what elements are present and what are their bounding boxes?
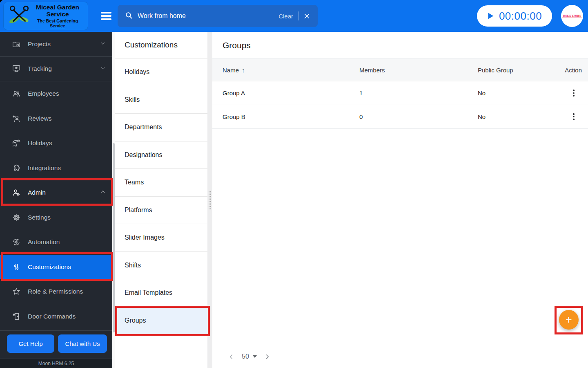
page-size-dropdown[interactable]: 50 — [242, 353, 257, 360]
search-clear-button[interactable]: Clear — [278, 13, 293, 20]
next-page-icon[interactable] — [264, 353, 271, 360]
search-close-icon[interactable] — [303, 13, 310, 20]
groups-main-panel: Groups Name ↑ Members Public Group Actio… — [212, 32, 588, 368]
dropdown-caret-icon — [253, 355, 257, 358]
public-group-cell: No — [478, 113, 550, 120]
chevron-down-icon — [100, 40, 106, 48]
get-help-button[interactable]: Get Help — [7, 334, 54, 353]
sidebar-item-door-commands[interactable]: Door Commands — [0, 304, 112, 329]
customizations-item-skills[interactable]: Skills — [115, 86, 207, 114]
sidebar-item-label: Customizations — [28, 263, 71, 271]
sidebar-item-employees[interactable]: Employees — [0, 81, 112, 106]
row-actions-menu-icon[interactable] — [571, 88, 576, 98]
search-icon — [125, 11, 133, 21]
members-cell: 0 — [359, 113, 478, 120]
sidebar-item-tracking[interactable]: Tracking — [0, 57, 112, 82]
customizations-item-holidays[interactable]: Holidays — [115, 58, 207, 86]
sidebar-item-label: Projects — [28, 40, 51, 48]
customizations-item-groups[interactable]: Groups — [115, 307, 207, 335]
holidays-icon — [11, 138, 21, 148]
employees-icon — [11, 89, 21, 99]
company-tagline: The Best Gardening Service — [31, 18, 85, 28]
sidebar-item-label: Tracking — [28, 65, 52, 72]
customizations-item-platforms[interactable]: Platforms — [115, 197, 207, 224]
sidebar-item-admin[interactable]: Admin — [0, 180, 112, 205]
table-row: Group A 1 No — [212, 81, 588, 105]
sidebar-item-label: Integrations — [28, 164, 61, 172]
sidebar-item-holidays[interactable]: Holidays — [0, 131, 112, 156]
sidebar-item-label: Admin — [28, 189, 46, 196]
customizations-item-departments[interactable]: Departments — [115, 114, 207, 141]
customizations-item-email-templates[interactable]: Email Templates — [115, 279, 207, 307]
customizations-item-shifts[interactable]: Shifts — [115, 252, 207, 280]
reviews-icon — [11, 114, 21, 123]
chevron-up-icon — [100, 189, 106, 196]
column-header-action: Action — [550, 67, 588, 74]
avatar-logo-text: MICEAL GARDEN — [562, 14, 583, 18]
customizations-panel-title: Customizations — [115, 32, 207, 58]
sidebar-item-automation[interactable]: Automation — [0, 230, 112, 255]
search-separator — [298, 11, 298, 20]
table-header: Name ↑ Members Public Group Action — [212, 58, 588, 81]
customizations-item-slider-images[interactable]: Slider Images — [115, 224, 207, 252]
app-version: Moon HRM 6.25 — [0, 359, 112, 368]
customizations-item-designations[interactable]: Designations — [115, 141, 207, 169]
table-row: Group B 0 No — [212, 105, 588, 129]
column-header-public-group: Public Group — [478, 67, 550, 74]
sidebar-item-label: Role & Permissions — [28, 288, 83, 295]
page-title: Groups — [212, 32, 588, 58]
door-commands-icon — [11, 312, 21, 321]
sidebar-item-label: Automation — [28, 238, 60, 246]
settings-icon — [11, 213, 21, 222]
column-header-name[interactable]: Name ↑ — [212, 67, 359, 74]
monitor-icon — [11, 64, 21, 74]
scissors-logo-icon — [8, 4, 31, 28]
timer-start-button[interactable]: 00:00:00 — [477, 5, 552, 27]
search-input[interactable]: Work from home Clear — [118, 5, 318, 27]
timer-value: 00:00:00 — [499, 10, 542, 22]
integrations-icon — [11, 163, 21, 173]
app-logo[interactable]: Miceal Garden Service The Best Gardening… — [3, 2, 88, 30]
group-name-cell: Group B — [212, 113, 359, 120]
sidebar-item-label: Reviews — [28, 115, 52, 122]
sidebar-item-label: Settings — [28, 214, 51, 221]
sidebar-nav: Projects Tracking Employees — [0, 32, 112, 368]
members-cell: 1 — [359, 90, 478, 96]
pagination-bar: 50 — [212, 345, 588, 368]
sidebar-item-reviews[interactable]: Reviews — [0, 106, 112, 131]
sort-ascending-icon: ↑ — [242, 67, 245, 74]
top-bar: Miceal Garden Service The Best Gardening… — [0, 0, 588, 32]
automation-icon — [11, 237, 21, 247]
sidebar-item-integrations[interactable]: Integrations — [0, 156, 112, 181]
sidebar-item-settings[interactable]: Settings — [0, 205, 112, 230]
add-group-button[interactable]: + — [559, 310, 579, 330]
hamburger-menu-icon[interactable] — [101, 12, 111, 20]
search-value: Work from home — [138, 12, 186, 20]
sidebar-item-label: Employees — [28, 90, 59, 97]
sidebar-item-label: Door Commands — [28, 313, 76, 320]
previous-page-icon[interactable] — [228, 353, 235, 360]
admin-icon — [11, 188, 21, 197]
customizations-panel: Customizations Holidays Skills Departmen… — [115, 32, 207, 368]
sidebar-scrollbar-thumb[interactable] — [113, 143, 115, 332]
column-header-members: Members — [359, 67, 478, 74]
splitter-drag-handle[interactable] — [208, 191, 212, 209]
play-icon — [487, 12, 494, 20]
page-size-value: 50 — [242, 353, 249, 360]
sidebar-item-label: Holidays — [28, 139, 52, 147]
customizations-icon — [11, 262, 21, 272]
customizations-item-teams[interactable]: Teams — [115, 169, 207, 197]
sidebar-item-role-permissions[interactable]: Role & Permissions — [0, 279, 112, 304]
panel-splitter — [207, 32, 212, 368]
chat-with-us-button[interactable]: Chat with Us — [58, 334, 107, 353]
folder-icon — [11, 39, 21, 49]
sidebar-item-customizations[interactable]: Customizations — [0, 255, 112, 280]
public-group-cell: No — [478, 90, 550, 96]
logo-text: Miceal Garden Service The Best Gardening… — [31, 4, 85, 29]
company-name: Miceal Garden Service — [31, 4, 85, 18]
chevron-down-icon — [100, 65, 106, 72]
user-avatar[interactable]: MICEAL GARDEN — [561, 5, 583, 27]
sidebar-item-projects[interactable]: Projects — [0, 32, 112, 57]
sidebar-footer-divider — [0, 330, 112, 331]
row-actions-menu-icon[interactable] — [571, 112, 576, 122]
